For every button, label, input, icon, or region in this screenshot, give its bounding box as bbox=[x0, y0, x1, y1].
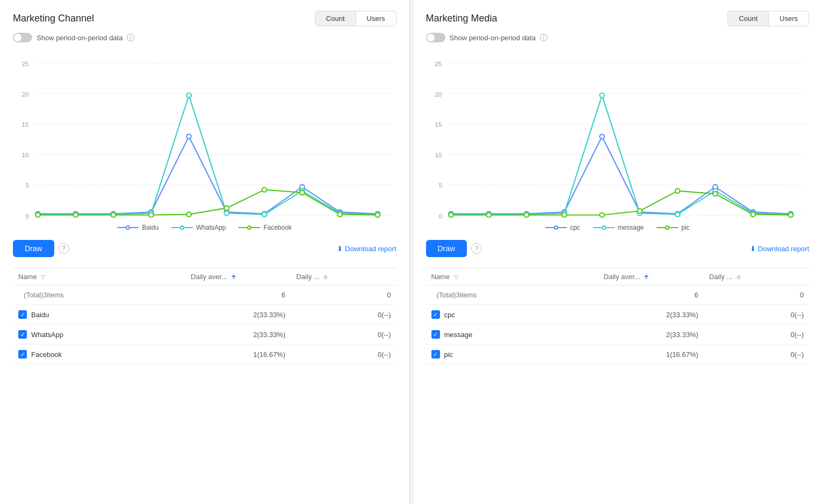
svg-point-99 bbox=[637, 209, 642, 214]
right-draw-section: Draw ? bbox=[426, 240, 482, 257]
svg-point-42 bbox=[35, 213, 40, 217]
right-toggle-label: Show period-on-period data bbox=[450, 34, 536, 42]
left-row2-checkbox[interactable] bbox=[18, 330, 27, 339]
right-total-daily: 0 bbox=[704, 286, 809, 305]
svg-point-88 bbox=[600, 93, 604, 98]
svg-point-100 bbox=[675, 188, 680, 193]
left-row3-checkbox[interactable] bbox=[18, 350, 27, 359]
svg-text:25: 25 bbox=[435, 60, 442, 68]
svg-text:25: 25 bbox=[21, 60, 29, 68]
svg-point-44 bbox=[111, 213, 116, 217]
right-table-header-row: Name ▽ Daily aver... Daily ... bbox=[426, 268, 810, 286]
left-panel: Marketing Channel Count Users Show perio… bbox=[0, 0, 410, 504]
right-row2-daily-avg: 2(33.33%) bbox=[599, 325, 704, 345]
left-total-name: (Total)3items bbox=[13, 286, 185, 305]
right-table-row: message 2(33.33%) 0(--) bbox=[426, 325, 810, 345]
svg-text:5: 5 bbox=[26, 181, 30, 189]
right-row2-daily: 0(--) bbox=[704, 325, 809, 345]
left-row2-daily: 0(--) bbox=[291, 325, 396, 345]
right-users-button[interactable]: Users bbox=[769, 11, 809, 26]
svg-point-45 bbox=[149, 213, 154, 217]
right-panel-title: Marketing Media bbox=[426, 13, 497, 24]
right-row3-daily-avg: 1(16.67%) bbox=[599, 345, 704, 364]
left-row1-name: Baidu bbox=[13, 305, 185, 325]
right-sort-icon-daily bbox=[737, 275, 741, 280]
right-filter-icon[interactable]: ▽ bbox=[454, 274, 458, 281]
left-toggle-row: Show period-on-period data i bbox=[13, 33, 396, 42]
svg-point-94 bbox=[449, 213, 453, 217]
left-row3-daily: 0(--) bbox=[291, 345, 396, 364]
left-total-daily-avg: 6 bbox=[185, 286, 291, 305]
right-legend: cpc message pic bbox=[426, 224, 810, 231]
left-draw-button[interactable]: Draw bbox=[13, 240, 54, 257]
svg-point-49 bbox=[300, 191, 305, 195]
svg-point-78 bbox=[600, 134, 604, 139]
left-filter-icon[interactable]: ▽ bbox=[41, 274, 45, 281]
right-legend-cpc: cpc bbox=[545, 224, 580, 231]
right-table-row: pic 1(16.67%) 0(--) bbox=[426, 345, 810, 364]
svg-point-36 bbox=[186, 93, 191, 98]
left-toggle-label: Show period-on-period data bbox=[37, 34, 122, 42]
right-chart: 0 5 10 15 20 25 07-03 07-04 07-05 07-06 … bbox=[426, 48, 810, 220]
left-table-row: WhatsApp 2(33.33%) 0(--) bbox=[13, 325, 396, 345]
right-table-row: cpc 2(33.33%) 0(--) bbox=[426, 305, 810, 325]
left-legend-whatsapp: WhatsApp bbox=[171, 224, 226, 231]
svg-point-26 bbox=[186, 134, 191, 139]
left-table: Name ▽ Daily aver... Daily ... bbox=[13, 268, 396, 364]
svg-point-48 bbox=[262, 187, 267, 192]
right-row2-checkbox[interactable] bbox=[431, 330, 440, 339]
page-container: Marketing Channel Count Users Show perio… bbox=[0, 0, 822, 504]
left-period-toggle[interactable] bbox=[13, 33, 32, 42]
right-info-icon[interactable]: i bbox=[540, 34, 547, 41]
left-info-icon[interactable]: i bbox=[127, 34, 134, 41]
svg-point-90 bbox=[675, 212, 680, 217]
left-draw-section: Draw ? bbox=[13, 240, 69, 257]
right-total-name: (Total)3items bbox=[426, 286, 599, 305]
svg-text:0: 0 bbox=[438, 213, 442, 220]
right-row1-daily: 0(--) bbox=[704, 305, 809, 325]
svg-point-97 bbox=[561, 213, 566, 217]
right-download-icon: ⬇ bbox=[750, 245, 756, 253]
left-btn-group: Count Users bbox=[315, 11, 396, 26]
right-chart-svg: 0 5 10 15 20 25 07-03 07-04 07-05 07-06 … bbox=[426, 48, 810, 220]
right-draw-button[interactable]: Draw bbox=[426, 240, 467, 257]
svg-point-95 bbox=[486, 213, 491, 217]
left-help-icon[interactable]: ? bbox=[59, 243, 69, 254]
left-count-button[interactable]: Count bbox=[315, 11, 356, 26]
left-row1-daily-avg: 2(33.33%) bbox=[185, 305, 291, 325]
left-actions-row: Draw ? ⬇ Download report bbox=[13, 240, 396, 257]
right-col-daily-header[interactable]: Daily ... bbox=[704, 268, 809, 286]
left-panel-header: Marketing Channel Count Users bbox=[13, 11, 396, 26]
left-chart-svg: 0 5 10 15 20 25 07-03 07-04 07-05 07-06 … bbox=[13, 48, 396, 220]
left-col-daily-header[interactable]: Daily ... bbox=[291, 268, 396, 286]
left-row2-daily-avg: 2(33.33%) bbox=[185, 325, 291, 345]
right-row1-checkbox[interactable] bbox=[431, 310, 440, 319]
right-period-toggle[interactable] bbox=[426, 33, 445, 42]
right-legend-message: message bbox=[593, 224, 644, 231]
left-total-daily: 0 bbox=[291, 286, 396, 305]
right-count-button[interactable]: Count bbox=[728, 11, 769, 26]
right-toggle-row: Show period-on-period data i bbox=[426, 33, 810, 42]
svg-point-38 bbox=[262, 212, 267, 217]
left-download-icon: ⬇ bbox=[337, 245, 343, 253]
right-row3-daily: 0(--) bbox=[704, 345, 809, 364]
right-row3-checkbox[interactable] bbox=[431, 350, 440, 359]
left-sort-icon-daily bbox=[323, 275, 328, 280]
left-total-row: (Total)3items 6 0 bbox=[13, 286, 396, 305]
left-row1-checkbox[interactable] bbox=[18, 310, 27, 319]
svg-text:0: 0 bbox=[26, 213, 30, 220]
right-help-icon[interactable]: ? bbox=[471, 243, 482, 254]
right-row3-name: pic bbox=[426, 345, 599, 364]
right-actions-row: Draw ? ⬇ Download report bbox=[426, 240, 810, 257]
left-col-daily-avg-header[interactable]: Daily aver... bbox=[185, 268, 291, 286]
right-col-daily-avg-header[interactable]: Daily aver... bbox=[599, 268, 704, 286]
svg-text:20: 20 bbox=[435, 91, 442, 98]
left-download-link[interactable]: ⬇ Download report bbox=[337, 245, 396, 253]
left-chart: 0 5 10 15 20 25 07-03 07-04 07-05 07-06 … bbox=[13, 48, 396, 220]
svg-point-51 bbox=[376, 213, 380, 217]
left-panel-title: Marketing Channel bbox=[13, 13, 94, 24]
left-users-button[interactable]: Users bbox=[356, 11, 396, 26]
right-download-link[interactable]: ⬇ Download report bbox=[750, 245, 809, 253]
left-legend-facebook: Facebook bbox=[239, 224, 292, 231]
svg-text:20: 20 bbox=[21, 91, 29, 98]
